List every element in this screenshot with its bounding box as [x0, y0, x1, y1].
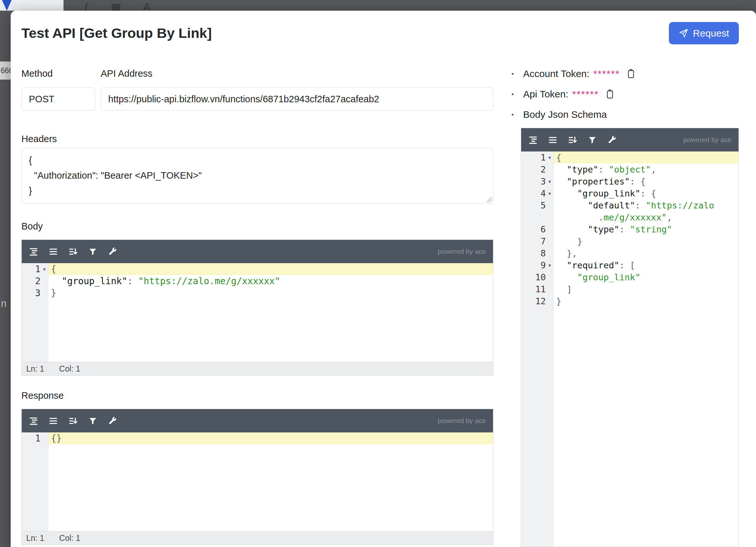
- repair-icon[interactable]: [107, 415, 118, 427]
- line-number: 11: [521, 283, 546, 295]
- gutter-cell: 2: [521, 164, 554, 176]
- body-editor: powered by ace 1▾{2 "group_link": "https…: [21, 240, 493, 376]
- code-text: },: [554, 247, 739, 259]
- fold-icon: [546, 200, 554, 211]
- line-indicator: Ln: 1: [26, 364, 44, 373]
- api-token-masked-value: ******: [572, 89, 599, 100]
- filter-icon[interactable]: [87, 415, 98, 427]
- gutter-cell: 1▾: [521, 152, 554, 164]
- response-editor: powered by ace 1{} Ln: 1 Col: 1: [21, 409, 493, 545]
- gutter-cell: 6: [521, 223, 554, 235]
- request-button-label: Request: [693, 28, 729, 39]
- line-number: 12: [521, 295, 546, 307]
- sort-icon[interactable]: [67, 246, 79, 257]
- editor-line: 7 }: [521, 235, 739, 247]
- compact-icon[interactable]: [47, 415, 59, 427]
- background-logo-fragment: [0, 0, 63, 11]
- line-number: 1: [22, 432, 40, 444]
- api-token-row: Api Token: ******: [511, 87, 745, 102]
- filter-icon[interactable]: [586, 134, 598, 146]
- format-icon[interactable]: [28, 246, 39, 257]
- sort-icon[interactable]: [567, 134, 578, 146]
- api-address-input[interactable]: [101, 87, 493, 111]
- body-json-schema-row: Body Json Schema: [511, 107, 745, 122]
- fold-icon[interactable]: ▾: [546, 259, 554, 271]
- gutter-cell: 5: [521, 200, 554, 211]
- fold-icon[interactable]: ▾: [40, 263, 48, 275]
- gutter-cell: 7: [521, 235, 554, 247]
- fold-icon: [546, 164, 554, 176]
- format-icon[interactable]: [527, 134, 539, 146]
- gutter-cell: 2: [22, 275, 48, 287]
- editor-content[interactable]: 1{}: [22, 432, 493, 531]
- fold-icon[interactable]: ▾: [546, 152, 554, 164]
- editor-line: 5 "default": "https://zalo .me/g/xxxxxx"…: [521, 200, 739, 223]
- token-info-panel: Account Token: ****** Api Token: ****** …: [511, 66, 745, 128]
- repair-icon[interactable]: [606, 134, 618, 146]
- gutter-cell: 3: [22, 287, 48, 299]
- status-bar: Ln: 1 Col: 1: [22, 362, 493, 375]
- line-number: 4: [521, 188, 546, 200]
- gutter-cell: 12: [521, 295, 554, 307]
- editor-line: 9▾ "required": [: [521, 259, 739, 271]
- code-text: "type": "string": [554, 223, 739, 235]
- fold-icon: [40, 275, 48, 287]
- copy-icon[interactable]: [604, 88, 616, 100]
- powered-by-ace-label[interactable]: powered by ace: [438, 248, 487, 256]
- line-number: 10: [521, 271, 546, 283]
- line-number: 3: [521, 176, 546, 188]
- column-indicator: Col: 1: [59, 533, 80, 543]
- fold-icon: [546, 223, 554, 235]
- code-text: "default": "https://zalo .me/g/xxxxxx",: [554, 200, 739, 223]
- line-number: 9: [521, 259, 546, 271]
- fold-icon: [546, 247, 554, 259]
- body-label: Body: [21, 221, 43, 232]
- editor-line: 3}: [22, 287, 493, 299]
- code-text: "group_link": "https://zalo.me/g/xxxxxx": [48, 275, 493, 287]
- compact-icon[interactable]: [547, 134, 558, 146]
- repair-icon[interactable]: [107, 246, 118, 257]
- headers-textarea[interactable]: { "Authorization": "Bearer <API_TOKEN>" …: [21, 148, 493, 204]
- gutter-cell: 4▾: [521, 188, 554, 200]
- gutter-cell: 8: [521, 247, 554, 259]
- line-number: 2: [22, 275, 40, 287]
- method-input[interactable]: [21, 87, 95, 111]
- account-token-row: Account Token: ******: [511, 66, 745, 81]
- gutter-cell: 9▾: [521, 259, 554, 271]
- format-icon[interactable]: [28, 415, 39, 427]
- editor-line: 1▾{: [22, 263, 493, 275]
- editor-toolbar: powered by ace: [22, 240, 493, 263]
- line-number: 1: [521, 152, 546, 164]
- code-text: "group_link": [554, 271, 739, 283]
- line-number: 7: [521, 235, 546, 247]
- fold-icon[interactable]: ▾: [546, 188, 554, 200]
- powered-by-ace-label[interactable]: powered by ace: [438, 417, 487, 425]
- fold-icon: [40, 287, 48, 299]
- code-text: }: [554, 235, 739, 247]
- fold-icon: [546, 235, 554, 247]
- editor-line: 11 ]: [521, 283, 739, 295]
- gutter-cell: 11: [521, 283, 554, 295]
- editor-toolbar: powered by ace: [22, 409, 493, 432]
- request-button[interactable]: Request: [669, 22, 739, 44]
- column-indicator: Col: 1: [59, 364, 80, 373]
- fold-icon[interactable]: ▾: [546, 176, 554, 188]
- powered-by-ace-label[interactable]: powered by ace: [683, 136, 733, 144]
- line-number: 3: [22, 287, 40, 299]
- line-indicator: Ln: 1: [26, 533, 44, 543]
- editor-content[interactable]: 1▾{2 "type": "object",3▾ "properties": {…: [521, 152, 739, 547]
- compact-icon[interactable]: [47, 246, 59, 257]
- background-text-icon: A: [143, 1, 151, 11]
- sort-icon[interactable]: [67, 415, 79, 427]
- editor-line: 6 "type": "string": [521, 223, 739, 235]
- filter-icon[interactable]: [87, 246, 98, 257]
- code-text: "type": "object",: [554, 164, 739, 176]
- code-text: {: [554, 152, 739, 164]
- editor-content[interactable]: 1▾{2 "group_link": "https://zalo.me/g/xx…: [22, 263, 493, 362]
- fold-icon: [546, 271, 554, 283]
- editor-line: 3▾ "properties": {: [521, 176, 739, 188]
- copy-icon[interactable]: [625, 68, 637, 80]
- code-text: }: [554, 295, 739, 307]
- background-fx-icon: ƒ: [84, 1, 89, 11]
- editor-line: 2 "group_link": "https://zalo.me/g/xxxxx…: [22, 275, 493, 287]
